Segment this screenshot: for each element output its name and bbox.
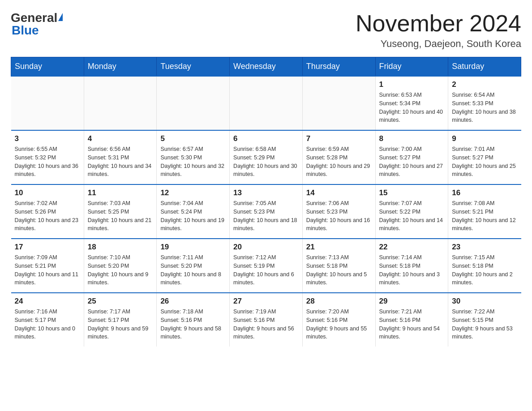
day-number: 9 <box>452 134 517 143</box>
day-number: 7 <box>306 134 372 143</box>
day-info: Sunrise: 7:06 AMSunset: 5:23 PMDaylight:… <box>306 199 372 233</box>
day-info: Sunrise: 6:59 AMSunset: 5:28 PMDaylight:… <box>306 145 372 179</box>
day-number: 8 <box>379 134 445 143</box>
header-monday: Monday <box>84 57 157 77</box>
logo: General Blue <box>11 11 63 38</box>
table-row: 14Sunrise: 7:06 AMSunset: 5:23 PMDayligh… <box>302 184 375 239</box>
day-info: Sunrise: 7:15 AMSunset: 5:18 PMDaylight:… <box>452 253 517 287</box>
day-info: Sunrise: 7:07 AMSunset: 5:22 PMDaylight:… <box>379 199 445 233</box>
weekday-header-row: Sunday Monday Tuesday Wednesday Thursday… <box>11 57 521 77</box>
day-number: 13 <box>233 188 299 197</box>
day-number: 12 <box>160 188 226 197</box>
table-row: 4Sunrise: 6:56 AMSunset: 5:31 PMDaylight… <box>84 130 157 184</box>
day-number: 20 <box>233 243 299 252</box>
day-info: Sunrise: 7:17 AMSunset: 5:17 PMDaylight:… <box>88 308 153 341</box>
table-row <box>302 76 375 130</box>
location-subtitle: Yuseong, Daejeon, South Korea <box>356 38 521 50</box>
day-number: 14 <box>306 188 372 197</box>
table-row: 21Sunrise: 7:13 AMSunset: 5:18 PMDayligh… <box>302 239 375 293</box>
calendar-table: Sunday Monday Tuesday Wednesday Thursday… <box>11 57 521 347</box>
table-row: 23Sunrise: 7:15 AMSunset: 5:18 PMDayligh… <box>448 239 521 293</box>
table-row: 20Sunrise: 7:12 AMSunset: 5:19 PMDayligh… <box>230 239 303 293</box>
day-info: Sunrise: 7:22 AMSunset: 5:15 PMDaylight:… <box>452 308 517 341</box>
table-row <box>230 76 303 130</box>
day-info: Sunrise: 7:12 AMSunset: 5:19 PMDaylight:… <box>233 253 299 287</box>
day-info: Sunrise: 7:02 AMSunset: 5:26 PMDaylight:… <box>15 199 80 233</box>
day-number: 30 <box>452 297 517 306</box>
day-info: Sunrise: 7:08 AMSunset: 5:21 PMDaylight:… <box>452 199 517 233</box>
day-number: 5 <box>160 134 226 143</box>
table-row: 16Sunrise: 7:08 AMSunset: 5:21 PMDayligh… <box>448 184 521 239</box>
calendar-week-row: 24Sunrise: 7:16 AMSunset: 5:17 PMDayligh… <box>11 293 521 347</box>
day-number: 26 <box>160 297 226 306</box>
day-info: Sunrise: 6:55 AMSunset: 5:32 PMDaylight:… <box>15 145 80 179</box>
day-number: 29 <box>379 297 445 306</box>
day-info: Sunrise: 6:54 AMSunset: 5:33 PMDaylight:… <box>452 91 517 124</box>
table-row: 18Sunrise: 7:10 AMSunset: 5:20 PMDayligh… <box>84 239 157 293</box>
table-row: 24Sunrise: 7:16 AMSunset: 5:17 PMDayligh… <box>11 293 84 347</box>
table-row: 13Sunrise: 7:05 AMSunset: 5:23 PMDayligh… <box>230 184 303 239</box>
day-number: 3 <box>15 134 80 143</box>
day-number: 21 <box>306 243 372 252</box>
day-info: Sunrise: 7:04 AMSunset: 5:24 PMDaylight:… <box>160 199 226 233</box>
day-info: Sunrise: 7:14 AMSunset: 5:18 PMDaylight:… <box>379 253 445 287</box>
page-header: General Blue November 2024 Yuseong, Daej… <box>11 11 521 50</box>
title-area: November 2024 Yuseong, Daejeon, South Ko… <box>356 11 521 50</box>
table-row: 1Sunrise: 6:53 AMSunset: 5:34 PMDaylight… <box>375 76 448 130</box>
table-row: 26Sunrise: 7:18 AMSunset: 5:16 PMDayligh… <box>157 293 230 347</box>
table-row: 15Sunrise: 7:07 AMSunset: 5:22 PMDayligh… <box>375 184 448 239</box>
header-thursday: Thursday <box>302 57 375 77</box>
table-row <box>157 76 230 130</box>
day-number: 1 <box>379 80 445 89</box>
day-number: 11 <box>88 188 153 197</box>
day-info: Sunrise: 7:18 AMSunset: 5:16 PMDaylight:… <box>160 308 226 341</box>
table-row: 11Sunrise: 7:03 AMSunset: 5:25 PMDayligh… <box>84 184 157 239</box>
table-row: 30Sunrise: 7:22 AMSunset: 5:15 PMDayligh… <box>448 293 521 347</box>
day-number: 27 <box>233 297 299 306</box>
calendar-week-row: 1Sunrise: 6:53 AMSunset: 5:34 PMDaylight… <box>11 76 521 130</box>
day-info: Sunrise: 6:53 AMSunset: 5:34 PMDaylight:… <box>379 91 445 124</box>
day-number: 15 <box>379 188 445 197</box>
calendar-week-row: 3Sunrise: 6:55 AMSunset: 5:32 PMDaylight… <box>11 130 521 184</box>
header-friday: Friday <box>375 57 448 77</box>
table-row: 6Sunrise: 6:58 AMSunset: 5:29 PMDaylight… <box>230 130 303 184</box>
day-number: 10 <box>15 188 80 197</box>
day-number: 24 <box>15 297 80 306</box>
table-row: 29Sunrise: 7:21 AMSunset: 5:16 PMDayligh… <box>375 293 448 347</box>
table-row <box>11 76 84 130</box>
table-row: 10Sunrise: 7:02 AMSunset: 5:26 PMDayligh… <box>11 184 84 239</box>
day-info: Sunrise: 7:10 AMSunset: 5:20 PMDaylight:… <box>88 253 153 287</box>
day-info: Sunrise: 7:21 AMSunset: 5:16 PMDaylight:… <box>379 308 445 341</box>
header-wednesday: Wednesday <box>230 57 303 77</box>
table-row <box>84 76 157 130</box>
day-info: Sunrise: 7:16 AMSunset: 5:17 PMDaylight:… <box>15 308 80 341</box>
calendar-week-row: 17Sunrise: 7:09 AMSunset: 5:21 PMDayligh… <box>11 239 521 293</box>
day-info: Sunrise: 7:01 AMSunset: 5:27 PMDaylight:… <box>452 145 517 179</box>
month-year-title: November 2024 <box>356 11 521 36</box>
day-number: 16 <box>452 188 517 197</box>
day-info: Sunrise: 7:11 AMSunset: 5:20 PMDaylight:… <box>160 253 226 287</box>
header-sunday: Sunday <box>11 57 84 77</box>
table-row: 12Sunrise: 7:04 AMSunset: 5:24 PMDayligh… <box>157 184 230 239</box>
calendar-week-row: 10Sunrise: 7:02 AMSunset: 5:26 PMDayligh… <box>11 184 521 239</box>
day-info: Sunrise: 6:57 AMSunset: 5:30 PMDaylight:… <box>160 145 226 179</box>
table-row: 2Sunrise: 6:54 AMSunset: 5:33 PMDaylight… <box>448 76 521 130</box>
day-number: 2 <box>452 80 517 89</box>
day-info: Sunrise: 7:09 AMSunset: 5:21 PMDaylight:… <box>15 253 80 287</box>
day-info: Sunrise: 6:56 AMSunset: 5:31 PMDaylight:… <box>88 145 153 179</box>
day-number: 17 <box>15 243 80 252</box>
day-info: Sunrise: 7:00 AMSunset: 5:27 PMDaylight:… <box>379 145 445 179</box>
day-number: 6 <box>233 134 299 143</box>
logo-triangle-icon <box>58 13 63 21</box>
day-number: 4 <box>88 134 153 143</box>
day-info: Sunrise: 7:13 AMSunset: 5:18 PMDaylight:… <box>306 253 372 287</box>
day-info: Sunrise: 7:19 AMSunset: 5:16 PMDaylight:… <box>233 308 299 341</box>
day-number: 28 <box>306 297 372 306</box>
day-info: Sunrise: 7:05 AMSunset: 5:23 PMDaylight:… <box>233 199 299 233</box>
day-info: Sunrise: 7:20 AMSunset: 5:16 PMDaylight:… <box>306 308 372 341</box>
table-row: 8Sunrise: 7:00 AMSunset: 5:27 PMDaylight… <box>375 130 448 184</box>
table-row: 7Sunrise: 6:59 AMSunset: 5:28 PMDaylight… <box>302 130 375 184</box>
header-tuesday: Tuesday <box>157 57 230 77</box>
table-row: 3Sunrise: 6:55 AMSunset: 5:32 PMDaylight… <box>11 130 84 184</box>
table-row: 22Sunrise: 7:14 AMSunset: 5:18 PMDayligh… <box>375 239 448 293</box>
